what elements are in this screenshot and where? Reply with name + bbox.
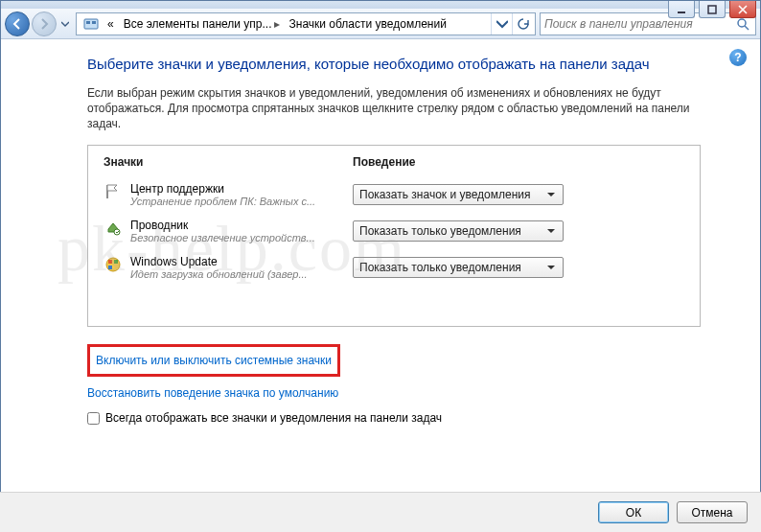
svg-line-6 bbox=[745, 26, 749, 30]
svg-point-5 bbox=[738, 19, 746, 27]
breadcrumb-seg-2[interactable]: Значки области уведомлений bbox=[286, 13, 452, 35]
links-block: Включить или выключить системные значки … bbox=[87, 344, 735, 404]
chevron-down-icon bbox=[543, 224, 559, 238]
cancel-button[interactable]: Отмена bbox=[677, 501, 748, 523]
back-button[interactable] bbox=[5, 12, 30, 36]
svg-rect-1 bbox=[708, 6, 716, 13]
item-title: Windows Update bbox=[130, 255, 308, 268]
refresh-button[interactable] bbox=[512, 13, 533, 35]
content-area: ? Выберите значки и уведомления, которые… bbox=[1, 39, 760, 491]
address-dropdown[interactable] bbox=[491, 13, 512, 35]
always-show-checkbox-row: Всегда отображать все значки и уведомлен… bbox=[87, 411, 735, 425]
minimize-button[interactable] bbox=[668, 1, 695, 18]
item-title: Проводник bbox=[130, 219, 315, 232]
column-headers: Значки Поведение bbox=[104, 155, 684, 176]
svg-rect-11 bbox=[108, 266, 112, 269]
windows-update-icon bbox=[104, 255, 123, 274]
svg-rect-0 bbox=[678, 12, 685, 13]
column-icons-header: Значки bbox=[104, 155, 353, 169]
caption-buttons bbox=[668, 1, 756, 18]
ok-button[interactable]: ОК bbox=[598, 501, 669, 523]
navigation-bar: « Все элементы панели упр... ▸ Значки об… bbox=[1, 9, 760, 39]
behavior-value: Показать только уведомления bbox=[359, 224, 521, 238]
nav-history-dropdown[interactable] bbox=[58, 14, 72, 34]
behavior-dropdown[interactable]: Показать значок и уведомления bbox=[353, 184, 564, 205]
svg-rect-3 bbox=[86, 21, 90, 24]
control-panel-icon bbox=[82, 15, 100, 33]
svg-rect-10 bbox=[114, 260, 118, 264]
search-input[interactable] bbox=[544, 17, 734, 31]
flag-icon bbox=[104, 182, 123, 201]
page-heading: Выберите значки и уведомления, которые н… bbox=[87, 55, 681, 74]
control-panel-window: « Все элементы панели упр... ▸ Значки об… bbox=[0, 0, 761, 532]
page-description: Если выбран режим скрытия значков и увед… bbox=[87, 85, 701, 132]
breadcrumb-seg-2-label: Значки области уведомлений bbox=[289, 17, 447, 31]
address-bar[interactable]: « Все элементы панели упр... ▸ Значки об… bbox=[76, 12, 536, 35]
list-item: Windows Update Идет загрузка обновлений … bbox=[104, 249, 684, 286]
behavior-dropdown[interactable]: Показать только уведомления bbox=[353, 220, 564, 242]
restore-defaults-link[interactable]: Восстановить поведение значка по умолчан… bbox=[87, 382, 338, 404]
chevron-right-icon: ▸ bbox=[274, 17, 280, 31]
always-show-label[interactable]: Всегда отображать все значки и уведомлен… bbox=[105, 411, 442, 425]
help-icon[interactable]: ? bbox=[729, 49, 747, 66]
item-subtitle: Безопасное извлечение устройств... bbox=[130, 232, 315, 243]
svg-point-7 bbox=[114, 229, 120, 235]
breadcrumb-seg-1-label: Все элементы панели упр... bbox=[124, 17, 272, 31]
item-subtitle: Устранение проблем ПК: Важных с... bbox=[130, 196, 315, 207]
breadcrumb-seg-1[interactable]: Все элементы панели упр... ▸ bbox=[120, 13, 286, 35]
chevron-down-icon bbox=[543, 188, 559, 201]
highlight-box: Включить или выключить системные значки bbox=[87, 344, 340, 377]
behavior-value: Показать только уведомления bbox=[359, 261, 521, 274]
svg-rect-12 bbox=[114, 266, 118, 269]
chevron-down-icon bbox=[543, 261, 559, 274]
button-bar: ОК Отмена bbox=[0, 492, 761, 532]
breadcrumb-prev-arrow[interactable]: « bbox=[104, 13, 120, 35]
svg-rect-4 bbox=[92, 21, 96, 24]
titlebar bbox=[1, 1, 760, 9]
list-item: Центр поддержки Устранение проблем ПК: В… bbox=[104, 176, 684, 213]
close-button[interactable] bbox=[729, 1, 756, 18]
behavior-dropdown[interactable]: Показать только уведомления bbox=[353, 257, 564, 278]
list-item: Проводник Безопасное извлечение устройст… bbox=[104, 213, 684, 249]
svg-rect-9 bbox=[108, 260, 112, 264]
forward-button[interactable] bbox=[32, 12, 57, 36]
maximize-button[interactable] bbox=[699, 1, 726, 18]
notification-icons-panel: Значки Поведение Центр поддержки Устране… bbox=[87, 145, 701, 327]
toggle-system-icons-link[interactable]: Включить или выключить системные значки bbox=[96, 350, 332, 371]
item-title: Центр поддержки bbox=[130, 182, 315, 196]
behavior-value: Показать значок и уведомления bbox=[359, 188, 531, 201]
item-subtitle: Идет загрузка обновлений (завер... bbox=[130, 268, 308, 280]
always-show-checkbox[interactable] bbox=[87, 412, 100, 425]
eject-icon bbox=[104, 219, 123, 238]
column-behavior-header: Поведение bbox=[353, 155, 684, 169]
